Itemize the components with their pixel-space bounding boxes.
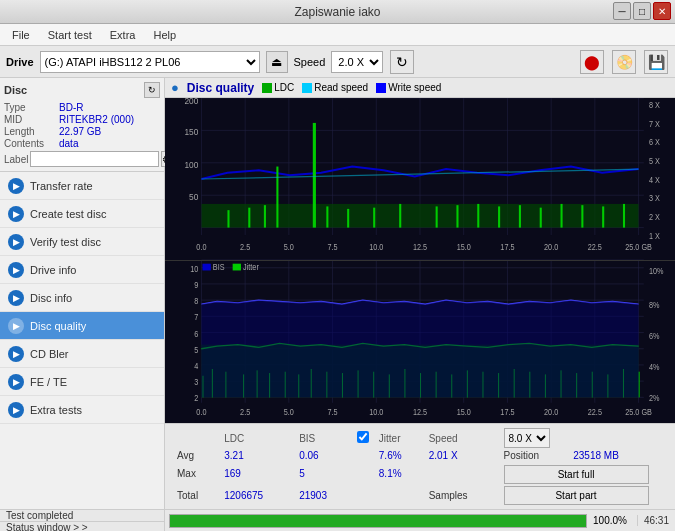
svg-text:150: 150 <box>184 127 198 138</box>
stats-ldc-header: LDC <box>220 428 293 448</box>
sidebar-item-disc-info[interactable]: ▶ Disc info <box>0 284 164 312</box>
drivebar: Drive (G:) ATAPI iHBS112 2 PL06 ⏏ Speed … <box>0 46 675 78</box>
svg-rect-22 <box>248 208 250 228</box>
svg-text:5.0: 5.0 <box>284 242 295 252</box>
svg-text:2.5: 2.5 <box>240 406 250 417</box>
speed-select[interactable]: 2.0 X <box>331 51 383 73</box>
close-button[interactable]: ✕ <box>653 2 671 20</box>
menu-extra[interactable]: Extra <box>102 27 144 43</box>
save-button[interactable]: 💾 <box>644 50 668 74</box>
svg-text:4%: 4% <box>649 361 660 372</box>
write-button[interactable]: 📀 <box>612 50 636 74</box>
avg-ldc: 3.21 <box>220 450 293 461</box>
svg-rect-35 <box>581 205 583 227</box>
sidebar-item-fe-te[interactable]: ▶ FE / TE <box>0 368 164 396</box>
svg-rect-30 <box>477 204 479 228</box>
menu-start-test[interactable]: Start test <box>40 27 100 43</box>
svg-text:25.0 GB: 25.0 GB <box>625 406 652 417</box>
svg-text:7: 7 <box>194 311 198 322</box>
sidebar-item-verify-test-disc[interactable]: ▶ Verify test disc <box>0 228 164 256</box>
ldc-legend-dot <box>262 83 272 93</box>
svg-text:1 X: 1 X <box>649 231 660 241</box>
svg-text:3: 3 <box>194 376 198 387</box>
chart-stats-area: ● Disc quality LDC Read speed Write spee… <box>165 78 675 509</box>
sidebar-label-disc-info: Disc info <box>30 292 72 304</box>
create-test-disc-icon: ▶ <box>8 206 24 222</box>
svg-text:8: 8 <box>194 295 198 306</box>
svg-text:8%: 8% <box>649 299 660 310</box>
speed-dropdown[interactable]: 8.0 X <box>504 428 550 448</box>
svg-text:10: 10 <box>190 263 198 274</box>
svg-rect-25 <box>347 209 349 228</box>
svg-rect-34 <box>561 204 563 228</box>
svg-text:2 X: 2 X <box>649 213 660 223</box>
avg-bis: 0.06 <box>295 450 351 461</box>
disc-contents-row: Contents data <box>4 138 160 149</box>
titlebar-controls: ─ □ ✕ <box>613 2 671 20</box>
eject-button[interactable]: ⏏ <box>266 51 288 73</box>
status-window-button[interactable]: Status window > > <box>0 522 164 531</box>
stats-table: LDC BIS Jitter Speed 8.0 X <box>171 426 669 507</box>
svg-text:50: 50 <box>189 192 198 203</box>
disc-refresh-button[interactable]: ↻ <box>144 82 160 98</box>
disc-contents-value[interactable]: data <box>59 138 78 149</box>
drive-select[interactable]: (G:) ATAPI iHBS112 2 PL06 <box>40 51 260 73</box>
svg-text:17.5: 17.5 <box>500 242 515 252</box>
svg-rect-29 <box>456 205 458 227</box>
svg-text:22.5: 22.5 <box>588 406 602 417</box>
svg-rect-20 <box>276 167 278 228</box>
speed-label: Speed <box>294 56 326 68</box>
progress-text: 100.0% <box>587 515 633 526</box>
sidebar-item-create-test-disc[interactable]: ▶ Create test disc <box>0 200 164 228</box>
disc-label-input[interactable] <box>30 151 159 167</box>
svg-rect-31 <box>498 206 500 227</box>
read-speed-legend-dot <box>302 83 312 93</box>
svg-text:0.0: 0.0 <box>196 406 206 417</box>
svg-rect-28 <box>436 206 438 227</box>
menu-file[interactable]: File <box>4 27 38 43</box>
maximize-button[interactable]: □ <box>633 2 651 20</box>
sidebar-label-disc-quality: Disc quality <box>30 320 86 332</box>
sidebar-label-drive-info: Drive info <box>30 264 76 276</box>
avg-label: Avg <box>173 450 218 461</box>
svg-rect-19 <box>313 123 316 228</box>
svg-text:10%: 10% <box>649 266 664 277</box>
erase-button[interactable]: ⬤ <box>580 50 604 74</box>
titlebar: Zapiswanie iako ─ □ ✕ <box>0 0 675 24</box>
sidebar-item-extra-tests[interactable]: ▶ Extra tests <box>0 396 164 424</box>
jitter-checkbox[interactable] <box>357 431 369 443</box>
total-bis: 21903 <box>295 485 351 505</box>
svg-marker-113 <box>201 300 638 397</box>
stats-max-row: Max 169 5 8.1% Start full Start part <box>173 463 667 483</box>
svg-text:20.0: 20.0 <box>544 242 559 252</box>
progress-bar-outer <box>169 514 587 528</box>
menu-help[interactable]: Help <box>145 27 184 43</box>
fe-te-icon: ▶ <box>8 374 24 390</box>
time-display: 46:31 <box>637 515 675 526</box>
sidebar-item-disc-quality[interactable]: ▶ Disc quality <box>0 312 164 340</box>
svg-rect-18 <box>201 204 638 228</box>
bottom-chart: BIS Jitter 10 9 8 7 6 5 4 3 2 10% 8% <box>165 261 675 423</box>
start-part-button[interactable]: Start part <box>504 486 649 505</box>
disc-type-label: Type <box>4 102 59 113</box>
read-speed-legend-label: Read speed <box>314 82 368 93</box>
svg-text:2: 2 <box>194 392 198 403</box>
titlebar-title: Zapiswanie iako <box>294 5 380 19</box>
start-full-button[interactable]: Start full <box>504 465 649 484</box>
sidebar-item-drive-info[interactable]: ▶ Drive info <box>0 256 164 284</box>
refresh-button[interactable]: ↻ <box>390 50 414 74</box>
sidebar-label-cd-bler: CD Bler <box>30 348 69 360</box>
main-content: Disc ↻ Type BD-R MID RITEKBR2 (000) Leng… <box>0 78 675 509</box>
sidebar-item-cd-bler[interactable]: ▶ CD Bler <box>0 340 164 368</box>
stats-empty-header <box>173 428 218 448</box>
minimize-button[interactable]: ─ <box>613 2 631 20</box>
svg-rect-33 <box>540 208 542 228</box>
svg-text:100: 100 <box>184 159 198 170</box>
total-label: Total <box>173 485 218 505</box>
ldc-legend-label: LDC <box>274 82 294 93</box>
stats-bar: LDC BIS Jitter Speed 8.0 X <box>165 423 675 509</box>
sidebar-item-transfer-rate[interactable]: ▶ Transfer rate <box>0 172 164 200</box>
stats-speed-header: Speed <box>425 428 498 448</box>
disc-type-row: Type BD-R <box>4 102 160 113</box>
svg-rect-27 <box>399 204 401 228</box>
